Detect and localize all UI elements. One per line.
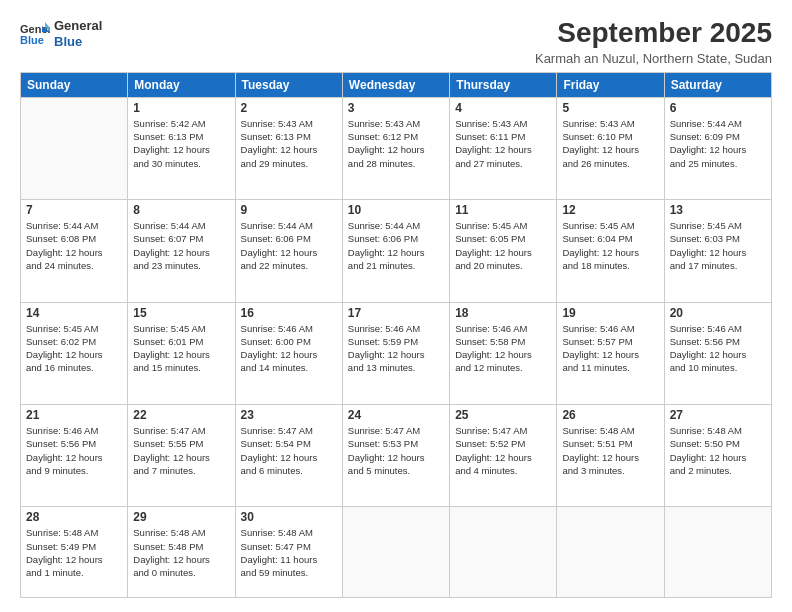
cell-info-line: and 5 minutes. <box>348 464 444 477</box>
day-number: 4 <box>455 101 551 115</box>
cell-5-3: 30Sunrise: 5:48 AMSunset: 5:47 PMDayligh… <box>235 507 342 598</box>
cell-info-line: Sunset: 6:13 PM <box>133 130 229 143</box>
cell-info-line: Sunrise: 5:44 AM <box>241 219 337 232</box>
cell-info-line: Sunrise: 5:46 AM <box>26 424 122 437</box>
cell-info-line: and 29 minutes. <box>241 157 337 170</box>
day-number: 6 <box>670 101 766 115</box>
cell-info-line: and 15 minutes. <box>133 361 229 374</box>
cell-info-line: Daylight: 12 hours <box>241 246 337 259</box>
cell-info-line: Sunset: 5:56 PM <box>26 437 122 450</box>
col-header-thursday: Thursday <box>450 72 557 97</box>
cell-info-line: and 3 minutes. <box>562 464 658 477</box>
cell-info-line: Daylight: 12 hours <box>26 246 122 259</box>
cell-info-line: Sunset: 6:11 PM <box>455 130 551 143</box>
cell-info-line: Daylight: 12 hours <box>241 348 337 361</box>
cell-2-2: 8Sunrise: 5:44 AMSunset: 6:07 PMDaylight… <box>128 200 235 302</box>
day-number: 15 <box>133 306 229 320</box>
cell-info-line: Daylight: 12 hours <box>670 451 766 464</box>
col-header-tuesday: Tuesday <box>235 72 342 97</box>
cell-info-line: Daylight: 12 hours <box>133 246 229 259</box>
cell-info-line: Daylight: 12 hours <box>133 143 229 156</box>
week-row-4: 21Sunrise: 5:46 AMSunset: 5:56 PMDayligh… <box>21 404 772 506</box>
cell-info-line: Sunrise: 5:46 AM <box>455 322 551 335</box>
day-number: 25 <box>455 408 551 422</box>
cell-info-line: Daylight: 12 hours <box>26 451 122 464</box>
day-number: 7 <box>26 203 122 217</box>
logo-text: General Blue <box>54 18 102 49</box>
cell-info-line: Sunrise: 5:44 AM <box>26 219 122 232</box>
cell-info-line: Sunset: 6:08 PM <box>26 232 122 245</box>
day-number: 21 <box>26 408 122 422</box>
cell-info-line: Sunset: 5:52 PM <box>455 437 551 450</box>
cell-3-1: 14Sunrise: 5:45 AMSunset: 6:02 PMDayligh… <box>21 302 128 404</box>
cell-info-line: Sunrise: 5:45 AM <box>26 322 122 335</box>
cell-info-line: Daylight: 12 hours <box>455 246 551 259</box>
calendar-table: SundayMondayTuesdayWednesdayThursdayFrid… <box>20 72 772 598</box>
logo-line2: Blue <box>54 34 82 49</box>
cell-info-line: and 2 minutes. <box>670 464 766 477</box>
cell-1-4: 3Sunrise: 5:43 AMSunset: 6:12 PMDaylight… <box>342 97 449 199</box>
cell-info-line: Sunset: 5:50 PM <box>670 437 766 450</box>
header-row-days: SundayMondayTuesdayWednesdayThursdayFrid… <box>21 72 772 97</box>
cell-info-line: and 7 minutes. <box>133 464 229 477</box>
cell-info-line: Sunset: 6:13 PM <box>241 130 337 143</box>
cell-info-line: Sunrise: 5:48 AM <box>562 424 658 437</box>
cell-3-6: 19Sunrise: 5:46 AMSunset: 5:57 PMDayligh… <box>557 302 664 404</box>
cell-info-line: Sunrise: 5:48 AM <box>241 526 337 539</box>
cell-1-1 <box>21 97 128 199</box>
cell-info-line: and 27 minutes. <box>455 157 551 170</box>
col-header-sunday: Sunday <box>21 72 128 97</box>
cell-info-line: Daylight: 12 hours <box>348 143 444 156</box>
cell-info-line: Sunrise: 5:42 AM <box>133 117 229 130</box>
cell-info-line: and 30 minutes. <box>133 157 229 170</box>
cell-info-line: Daylight: 12 hours <box>348 246 444 259</box>
day-number: 13 <box>670 203 766 217</box>
cell-info-line: and 20 minutes. <box>455 259 551 272</box>
cell-4-4: 24Sunrise: 5:47 AMSunset: 5:53 PMDayligh… <box>342 404 449 506</box>
cell-1-6: 5Sunrise: 5:43 AMSunset: 6:10 PMDaylight… <box>557 97 664 199</box>
cell-4-5: 25Sunrise: 5:47 AMSunset: 5:52 PMDayligh… <box>450 404 557 506</box>
cell-info-line: Daylight: 12 hours <box>26 553 122 566</box>
cell-info-line: Daylight: 12 hours <box>562 348 658 361</box>
cell-info-line: Daylight: 12 hours <box>348 348 444 361</box>
cell-info-line: Sunrise: 5:44 AM <box>133 219 229 232</box>
cell-info-line: Daylight: 12 hours <box>133 451 229 464</box>
cell-info-line: Sunset: 5:54 PM <box>241 437 337 450</box>
col-header-monday: Monday <box>128 72 235 97</box>
cell-5-5 <box>450 507 557 598</box>
cell-info-line: Daylight: 12 hours <box>670 143 766 156</box>
cell-info-line: Sunset: 5:48 PM <box>133 540 229 553</box>
cell-info-line: Sunrise: 5:43 AM <box>241 117 337 130</box>
day-number: 26 <box>562 408 658 422</box>
cell-5-2: 29Sunrise: 5:48 AMSunset: 5:48 PMDayligh… <box>128 507 235 598</box>
cell-info-line: Sunset: 6:03 PM <box>670 232 766 245</box>
cell-info-line: and 17 minutes. <box>670 259 766 272</box>
cell-info-line: and 18 minutes. <box>562 259 658 272</box>
cell-info-line: and 24 minutes. <box>26 259 122 272</box>
day-number: 2 <box>241 101 337 115</box>
cell-info-line: Sunset: 6:07 PM <box>133 232 229 245</box>
cell-info-line: Daylight: 12 hours <box>455 451 551 464</box>
cell-5-7 <box>664 507 771 598</box>
cell-5-4 <box>342 507 449 598</box>
header-row: General Blue General Blue September 2025… <box>20 18 772 66</box>
cell-info-line: and 23 minutes. <box>133 259 229 272</box>
cell-info-line: Daylight: 12 hours <box>670 246 766 259</box>
cell-info-line: and 0 minutes. <box>133 566 229 579</box>
cell-info-line: Daylight: 12 hours <box>455 348 551 361</box>
cell-3-5: 18Sunrise: 5:46 AMSunset: 5:58 PMDayligh… <box>450 302 557 404</box>
cell-info-line: Daylight: 12 hours <box>670 348 766 361</box>
day-number: 11 <box>455 203 551 217</box>
logo-line1: General <box>54 18 102 33</box>
cell-info-line: Sunset: 6:06 PM <box>348 232 444 245</box>
cell-2-1: 7Sunrise: 5:44 AMSunset: 6:08 PMDaylight… <box>21 200 128 302</box>
cell-2-4: 10Sunrise: 5:44 AMSunset: 6:06 PMDayligh… <box>342 200 449 302</box>
cell-1-2: 1Sunrise: 5:42 AMSunset: 6:13 PMDaylight… <box>128 97 235 199</box>
cell-3-3: 16Sunrise: 5:46 AMSunset: 6:00 PMDayligh… <box>235 302 342 404</box>
cell-3-2: 15Sunrise: 5:45 AMSunset: 6:01 PMDayligh… <box>128 302 235 404</box>
day-number: 3 <box>348 101 444 115</box>
cell-info-line: Sunset: 5:55 PM <box>133 437 229 450</box>
day-number: 23 <box>241 408 337 422</box>
cell-info-line: and 4 minutes. <box>455 464 551 477</box>
cell-3-7: 20Sunrise: 5:46 AMSunset: 5:56 PMDayligh… <box>664 302 771 404</box>
